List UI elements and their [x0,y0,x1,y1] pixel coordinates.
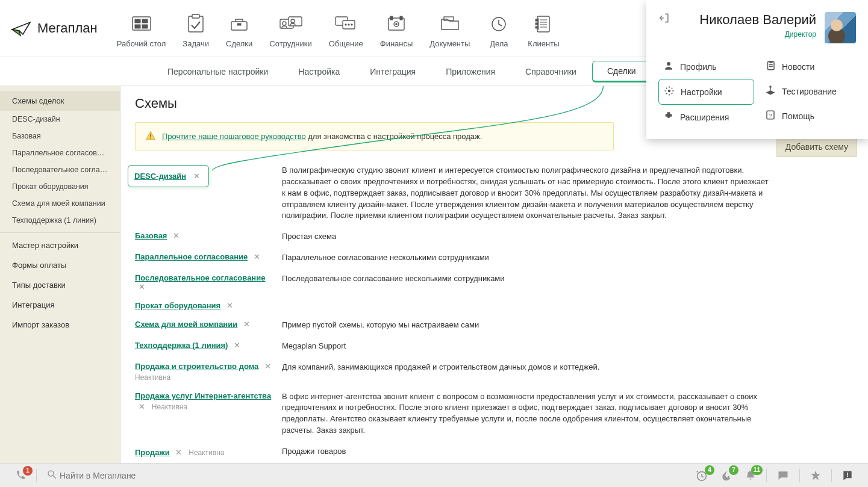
schema-link[interactable]: Параллельное согласование [135,252,248,261]
user-menu-Профиль[interactable]: Профиль [658,54,754,79]
subnav-Сделки[interactable]: Сделки [592,61,651,82]
sidebar-item[interactable]: Базовая [0,128,120,144]
delete-schema-icon[interactable]: ✕ [264,362,271,371]
menu-item-label: Расширения [680,113,729,122]
menu-item-icon [765,85,776,98]
svg-point-17 [351,24,352,25]
sidebar-item[interactable]: Мастер настройки [0,235,120,255]
svg-rect-28 [535,26,538,28]
sidebar-item[interactable]: Прокат оборудования [0,178,120,195]
schema-link[interactable]: Продажи [135,448,170,457]
user-menu-Помощь[interactable]: ?Помощь [760,104,856,128]
menu-item-icon [765,60,776,73]
chat-icon[interactable] [776,470,790,482]
delete-schema-icon[interactable]: ✕ [226,301,233,310]
nav-Документы[interactable]: Документы [421,11,478,57]
sidebar-item[interactable]: DESC-дизайн [0,111,120,128]
delete-schema-icon[interactable]: ✕ [175,448,182,457]
sidebar-item[interactable]: Последовательное согласов... [0,161,120,178]
avatar[interactable] [825,12,856,43]
nav-Дела[interactable]: Дела [478,11,519,57]
footer-bar: 1 4 7 11 [0,463,868,487]
menu-item-label: Новости [782,62,814,72]
nav-label: Финансы [380,39,413,48]
user-menu-Настройки[interactable]: Настройки [658,79,754,105]
search-input[interactable] [57,467,683,484]
schema-link[interactable]: Продажа услуг Интернет-агентства [135,391,271,400]
nav-label: Клиенты [528,39,559,48]
delete-schema-icon[interactable]: ✕ [243,320,250,329]
sidebar-head-schemas[interactable]: Схемы сделок [0,91,120,111]
nav-icon [531,11,555,36]
svg-rect-1 [135,19,140,23]
schema-row: Техподдержка (1 линия) ✕Megaplan Support [135,341,773,352]
schema-desc: Последовательное согласование нескольким… [282,273,773,285]
delete-schema-icon[interactable]: ✕ [254,252,260,261]
hot-badge: 7 [729,465,738,475]
user-menu-Тестирование[interactable]: Тестирование [760,79,856,104]
schema-desc: Простая схема [282,231,773,243]
star-icon[interactable] [810,470,822,482]
sidebar-group-schemas: Схемы сделокDESC-дизайнБазоваяПараллельн… [0,91,120,233]
user-role: Директор [679,30,816,39]
svg-rect-5 [189,16,203,32]
nav-icon [487,11,511,36]
sidebar-item[interactable]: Типы доставки [0,275,120,295]
nav-Сотрудники[interactable]: Сотрудники [261,11,320,57]
user-menu-Расширения[interactable]: Расширения [658,105,754,129]
nav-label: Сотрудники [269,39,311,48]
reminder-badge: 4 [705,465,714,475]
nav-Клиенты[interactable]: Клиенты [519,11,567,57]
user-menu-panel: Николаев Валерий Директор ПрофильНастрой… [646,0,868,139]
subnav-Интеграция[interactable]: Интеграция [355,62,430,81]
delete-schema-icon[interactable]: ✕ [139,282,145,291]
reminder-icon[interactable]: 4 [695,469,708,482]
delete-schema-icon[interactable]: ✕ [173,231,180,240]
nav-Финансы[interactable]: Финансы [372,11,422,57]
sidebar-item[interactable]: Формы оплаты [0,255,120,275]
add-schema-button[interactable]: Добавить схему [776,137,857,157]
logo[interactable]: Мегаплан [11,19,98,38]
sidebar-item[interactable]: Интеграция [0,295,120,315]
notice-link[interactable]: Прочтите наше пошаговое руководство [162,132,306,141]
svg-rect-6 [192,14,199,18]
delete-schema-icon[interactable]: ✕ [139,402,145,411]
nav-Задачи[interactable]: Задачи [174,11,217,57]
schema-inactive: Неактивна [189,448,224,457]
subnav-Персональные настройки[interactable]: Персональные настройки [153,62,283,81]
schema-link[interactable]: Последовательное согласование [135,273,265,282]
schema-row: Параллельное согласование ✕Параллельное … [135,252,773,264]
call-icon[interactable]: 1 [14,470,27,482]
hot-icon[interactable]: 7 [720,469,732,482]
sidebar-item[interactable]: Параллельное согласование [0,144,120,161]
svg-point-15 [345,24,346,25]
schema-link[interactable]: Техподдержка (1 линия) [135,341,228,350]
svg-rect-32 [769,61,773,63]
delete-schema-icon[interactable]: ✕ [234,341,240,350]
sidebar-item[interactable]: Техподдержка (1 линия) [0,212,120,229]
subnav-Настройка[interactable]: Настройка [284,62,354,81]
nav-items: Рабочий столЗадачиСделкиСотрудникиОбщени… [108,0,568,57]
nav-Сделки[interactable]: Сделки [217,11,261,57]
search-bar [46,467,683,484]
svg-point-10 [283,22,286,25]
sidebar: Схемы сделокDESC-дизайнБазоваяПараллельн… [0,86,120,487]
schema-link[interactable]: Прокат оборудования [135,301,220,310]
logout-icon[interactable] [658,12,670,26]
feedback-icon[interactable] [841,470,854,482]
user-menu-Новости[interactable]: Новости [760,54,856,79]
subnav-Приложения[interactable]: Приложения [431,62,510,81]
nav-Общение[interactable]: Общение [320,11,372,57]
schema-link[interactable]: Базовая [135,231,167,240]
sidebar-item[interactable]: Схема для моей компании [0,195,120,212]
sidebar-item[interactable]: Импорт заказов [0,315,120,335]
schema-link[interactable]: DESC-дизайн [134,172,186,181]
bell-icon[interactable]: 11 [745,469,757,482]
delete-schema-icon[interactable]: ✕ [193,172,200,181]
schema-link[interactable]: Продажа и строительство дома [135,362,258,371]
nav-Рабочий стол[interactable]: Рабочий стол [108,11,175,57]
subnav-Справочники[interactable]: Справочники [511,62,591,81]
menu-item-icon [663,60,674,73]
schema-row: Схема для моей компании ✕Пример пустой с… [135,320,773,331]
schema-link[interactable]: Схема для моей компании [135,320,237,329]
